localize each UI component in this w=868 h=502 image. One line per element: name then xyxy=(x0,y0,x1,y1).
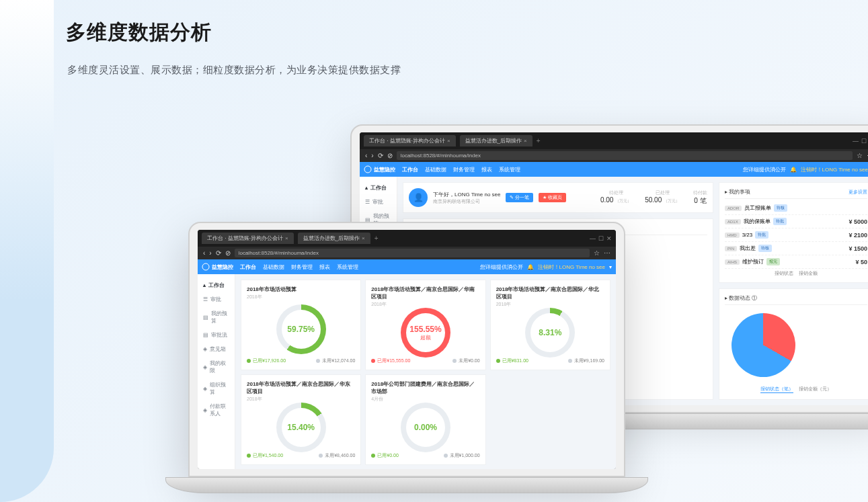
list-item[interactable]: AD1X我的保账单待批¥ 5000 xyxy=(725,215,867,228)
list-item[interactable]: PIN我出差待核¥ 1500 xyxy=(725,242,867,255)
gauge-card: 2018年市场活动预算2018年59.75%已用¥17,926.00未用¥12,… xyxy=(241,280,361,370)
sidebar-item-我的权限[interactable]: ◈我的权限 xyxy=(198,356,235,378)
address-field[interactable]: localhost:8528/#/minhouma/index xyxy=(397,151,853,160)
sidebar-item-我的预算[interactable]: ▤我的预算 xyxy=(198,306,235,328)
browser-urlbar: ‹ › ⟳ ⊘ localhost:8528/#/minhouma/index … xyxy=(198,247,616,259)
nav-报表[interactable]: 报表 xyxy=(481,166,492,173)
avatar[interactable]: 👤 xyxy=(409,188,428,207)
close-icon[interactable]: × xyxy=(447,138,450,144)
sidebar-item-意见箱[interactable]: ◈意见箱 xyxy=(198,342,235,356)
svg-point-0 xyxy=(364,166,371,173)
profile-card: 👤 下午好，LONG Time no see 南京异构联络有限公司 ✎ 分一笔 … xyxy=(403,182,713,213)
gauge-value: 8.31% xyxy=(539,328,561,337)
nav-报表[interactable]: 报表 xyxy=(319,263,330,271)
nav-财务管理[interactable]: 财务管理 xyxy=(453,166,475,173)
user-alert[interactable]: 注销时！LONG Time no see xyxy=(801,166,868,173)
item-no: HMD xyxy=(725,233,740,238)
nav-back-icon[interactable]: ‹ xyxy=(365,152,367,159)
sidebar-item-工作台[interactable]: ▴工作台 xyxy=(360,181,397,195)
star-icon[interactable]: ☆ xyxy=(857,152,863,159)
item-name: 我出差 xyxy=(740,245,756,252)
gauge-subtitle: 2018年 xyxy=(247,396,355,403)
minimize-icon[interactable]: — xyxy=(590,235,596,242)
sidebar: ▴工作台☰审批▤我的预算▤审批流◈意见箱◈我的权限◈组织预算◈付款联系人 xyxy=(198,274,235,469)
list-item[interactable]: AIHS维护预订报完¥ 50 xyxy=(725,255,867,269)
status-badge: 待批 xyxy=(773,218,787,225)
reload-icon[interactable]: ⟳ xyxy=(378,152,383,159)
assign-button[interactable]: ✎ 分一笔 xyxy=(506,193,533,202)
stat-已处理: 已处理50.00 （万元） xyxy=(645,190,680,206)
nav-forward-icon[interactable]: › xyxy=(209,249,211,257)
pie-switch[interactable]: 报销状态（笔） xyxy=(760,386,793,393)
svg-point-1 xyxy=(202,263,209,270)
gauge-footer: 已用¥17,926.00未用¥12,074.00 xyxy=(247,358,355,364)
favorite-button[interactable]: ★ 收藏页 xyxy=(539,193,566,202)
list-item[interactable]: ADOR员工报账单待核 xyxy=(725,202,867,215)
list-item[interactable]: HMD3/23待批¥ 2100 xyxy=(725,228,867,242)
close-icon[interactable]: × xyxy=(524,138,527,144)
nav-系统管理[interactable]: 系统管理 xyxy=(499,166,520,173)
sidebar-item-付款联系人[interactable]: ◈付款联系人 xyxy=(198,399,235,421)
browser-tab[interactable]: 工作台 · 益慧隐账·异构办公会计× xyxy=(364,135,456,147)
address-field[interactable]: localhost:8528/#/minhouma/index xyxy=(235,249,590,257)
chevron-down-icon[interactable]: ▾ xyxy=(609,264,612,270)
new-tab-icon[interactable]: + xyxy=(537,137,541,144)
bell-icon[interactable]: 🔔 xyxy=(790,167,797,173)
nav-工作台[interactable]: 工作台 xyxy=(402,166,418,173)
pie-switch[interactable]: 报销金额（元） xyxy=(799,386,832,393)
status-badge: 报完 xyxy=(766,258,780,265)
nav-基础数据[interactable]: 基础数据 xyxy=(425,166,446,173)
notice-text[interactable]: 您详细提供消公开 xyxy=(743,166,786,173)
more-link[interactable]: 更多设置 xyxy=(849,189,867,196)
notice-text[interactable]: 您详细提供消公开 xyxy=(480,263,523,271)
gauge-title: 2018年市场活动预算／南京合思国际／华北区项目 xyxy=(496,286,604,300)
nav-系统管理[interactable]: 系统管理 xyxy=(337,263,358,271)
sidebar-icon: ◈ xyxy=(203,386,207,392)
bell-icon[interactable]: 🔔 xyxy=(527,264,534,270)
new-tab-icon[interactable]: + xyxy=(374,235,379,242)
maximize-icon[interactable]: ☐ xyxy=(861,138,867,144)
item-no: ADOR xyxy=(725,206,742,211)
item-name: 员工报账单 xyxy=(744,204,771,212)
chart-card: ▸ 数据动态 ① 报销状态（笔）报销金额（元） xyxy=(719,288,868,400)
sidebar-item-组织预算[interactable]: ◈组织预算 xyxy=(198,378,235,399)
nav-工作台[interactable]: 工作台 xyxy=(240,263,256,271)
browser-tab[interactable]: 工作台 · 益慧隐账·异构办公会计× xyxy=(202,233,294,244)
app-logo[interactable]: 益慧隐控 xyxy=(202,263,233,271)
nav-back-icon[interactable]: ‹ xyxy=(203,249,205,257)
pie-chart xyxy=(732,313,795,377)
nav-财务管理[interactable]: 财务管理 xyxy=(291,263,313,271)
page-header: 多维度数据分析 xyxy=(0,0,868,46)
sidebar-item-审批流[interactable]: ▤审批流 xyxy=(198,328,235,342)
close-icon[interactable]: × xyxy=(285,235,288,241)
user-alert[interactable]: 注销时！LONG Time no see xyxy=(538,263,605,271)
browser-tab[interactable]: 益慧活办进数_后期操作× xyxy=(298,233,370,244)
browser-urlbar: ‹ › ⟳ ⊘ localhost:8528/#/minhouma/index … xyxy=(360,149,868,162)
app-logo[interactable]: 益慧隐控 xyxy=(364,165,395,173)
nav-基础数据[interactable]: 基础数据 xyxy=(263,263,284,271)
browser-tabbar: 工作台 · 益慧隐账·异构办公会计× 益慧活办进数_后期操作× + —☐✕ xyxy=(198,230,616,247)
sidebar-item-审批[interactable]: ☰审批 xyxy=(360,195,397,209)
page-subtitle: 多维度灵活设置、展示数据；细粒度数据分析，为业务决策提供数据支撑 xyxy=(67,64,868,77)
gauge-value: 155.55%超额 xyxy=(409,325,441,341)
minimize-icon[interactable]: — xyxy=(853,138,859,144)
sidebar-icon: ◈ xyxy=(203,364,207,370)
sidebar-item-审批[interactable]: ☰审批 xyxy=(198,292,235,306)
close-icon[interactable]: × xyxy=(362,235,365,241)
status-badge: 待核 xyxy=(774,204,787,212)
app-topbar: 益慧隐控 工作台基础数据财务管理报表系统管理 您详细提供消公开 🔔 注销时！LO… xyxy=(360,162,868,177)
page-title: 多维度数据分析 xyxy=(66,19,212,46)
star-icon[interactable]: ☆ xyxy=(594,249,600,257)
sidebar-item-工作台[interactable]: ▴工作台 xyxy=(198,278,235,292)
sidebar-icon: ◈ xyxy=(203,407,207,413)
gauge-card: 2018年市场活动预算／南京合思国际／华东区项目2018年15.40%已用¥1,… xyxy=(241,374,361,465)
browser-tab[interactable]: 益慧活办进数_后期操作× xyxy=(460,135,532,147)
maximize-icon[interactable]: ☐ xyxy=(598,235,604,242)
gauge-ring: 155.55%超额 xyxy=(401,308,450,358)
sidebar-icon: ☰ xyxy=(203,296,208,302)
reload-icon[interactable]: ⟳ xyxy=(216,249,221,257)
item-name: 维护预订 xyxy=(742,258,764,265)
menu-icon[interactable]: ⋯ xyxy=(604,249,610,257)
close-window-icon[interactable]: ✕ xyxy=(606,235,612,242)
nav-forward-icon[interactable]: › xyxy=(371,152,373,159)
